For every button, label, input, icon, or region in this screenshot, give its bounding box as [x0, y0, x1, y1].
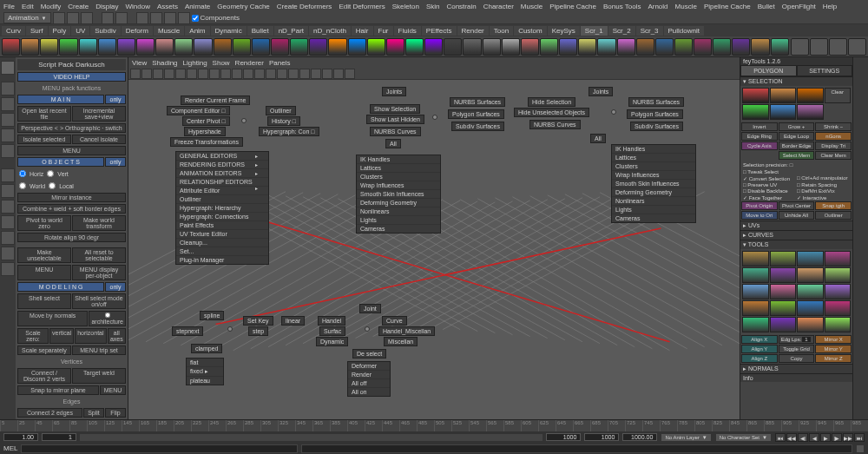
world-radio[interactable]: [19, 182, 26, 189]
paint-tool-icon[interactable]: [1, 97, 15, 111]
preserve-uv-check[interactable]: □ Preserve UV: [743, 182, 796, 188]
mm-outliner[interactable]: Outliner: [266, 106, 296, 115]
end-frame[interactable]: 1000: [546, 433, 581, 441]
shelf-tab[interactable]: Scr_3: [636, 26, 663, 36]
redo-icon[interactable]: [115, 12, 128, 24]
vert-radio[interactable]: [47, 170, 54, 177]
menu-item[interactable]: Bullet: [758, 3, 775, 10]
prev-key-icon[interactable]: ◀|: [798, 433, 808, 442]
info-section[interactable]: Info: [740, 373, 852, 382]
tool-swatch[interactable]: [825, 317, 852, 332]
tool-swatch[interactable]: [742, 251, 769, 266]
polygon-tab[interactable]: POLYGON: [740, 65, 797, 76]
mm-list-item[interactable]: Hypergraph: Hierarchy: [176, 204, 268, 213]
shelf-button[interactable]: [810, 38, 828, 56]
mm-list-item[interactable]: Smooth Skin Influences: [357, 190, 440, 199]
mm-list-item[interactable]: RELATIONSHIP EDITORS: [176, 178, 268, 187]
open-last-button[interactable]: Open last recent file: [17, 106, 71, 122]
display-tri-button[interactable]: Display Tri: [815, 141, 852, 150]
mm-allonoff-list[interactable]: document.write(dd.mm_allonoff.map(e=>`<d…: [347, 361, 391, 397]
ctrl-ad-check[interactable]: □ Ctrl+Ad manipulator: [797, 175, 850, 181]
shelf-tab[interactable]: Subdiv: [90, 26, 120, 36]
main-button[interactable]: M A I N: [17, 95, 104, 104]
shell-select-button[interactable]: Shell select: [17, 293, 71, 309]
menu-item[interactable]: Pipeline Cache: [704, 3, 751, 10]
menu-display-button[interactable]: MENU display per-object: [72, 265, 126, 280]
mm-history[interactable]: History □: [267, 116, 300, 126]
mirror-x-button[interactable]: Mirror X: [815, 335, 852, 344]
anim-layer-dropdown[interactable]: No Anim Layer: [661, 433, 711, 442]
tool-swatch[interactable]: [742, 284, 769, 299]
shelf-button[interactable]: [271, 38, 289, 56]
vp-tool-icon[interactable]: [277, 69, 287, 79]
menu-item[interactable]: Skin: [426, 3, 440, 10]
shelf-tab[interactable]: Muscle: [154, 26, 184, 36]
mm-list-item[interactable]: Cameras: [612, 214, 695, 222]
combine-button[interactable]: Combine + weld + soft border edges: [17, 204, 126, 214]
mm-stepnext[interactable]: stepnext: [172, 326, 203, 336]
shelf-button[interactable]: [136, 38, 155, 56]
pivot-center-button[interactable]: Pivot Center: [779, 201, 815, 210]
mm-all[interactable]: All: [385, 139, 401, 148]
shelf-tab[interactable]: Fluids: [394, 26, 421, 36]
mm-list-item[interactable]: Render: [348, 371, 390, 379]
shelf-button[interactable]: [521, 38, 539, 56]
prim-swatch[interactable]: [797, 88, 824, 103]
tool-swatch[interactable]: [742, 317, 769, 332]
architecture-check[interactable]: architecture: [89, 311, 126, 326]
tool-swatch[interactable]: [825, 251, 852, 266]
vp-tool-icon[interactable]: [322, 69, 332, 79]
mm-nurbs-curves[interactable]: NURBS Curves: [370, 127, 421, 136]
vp-tool-icon[interactable]: [130, 69, 141, 79]
shelf-tab[interactable]: Surf: [26, 26, 48, 36]
end-frame-2[interactable]: 1000: [584, 433, 619, 441]
mm-list-item[interactable]: plateau: [187, 377, 223, 385]
start-frame-2[interactable]: 1: [42, 433, 76, 441]
mm-tangent-list[interactable]: flat fixed ▸ plateau: [186, 358, 224, 385]
menu-trip-button[interactable]: MENU trip set: [72, 345, 126, 355]
mm-surfac[interactable]: Surfac: [319, 326, 345, 336]
interactive-check[interactable]: ✓ Interactive: [797, 194, 850, 201]
shelf-button[interactable]: [771, 38, 789, 56]
mm-list-item[interactable]: flat: [187, 359, 223, 367]
tools-section[interactable]: ▾ TOOLS: [740, 240, 852, 249]
clear-mem-button[interactable]: Clear Mem: [815, 151, 852, 160]
select-face-icon[interactable]: [164, 12, 176, 24]
shelf-button[interactable]: [214, 38, 232, 56]
menu-item[interactable]: File: [3, 3, 15, 10]
shelf-button[interactable]: [367, 38, 385, 56]
shelf-button[interactable]: [751, 38, 769, 56]
mm-joints[interactable]: Joints: [589, 87, 613, 96]
mm-step[interactable]: step: [248, 326, 268, 336]
shrink-button[interactable]: Shrink −: [815, 122, 852, 131]
toggle-grid-button[interactable]: Toggle Grid: [779, 345, 815, 353]
mode-dropdown[interactable]: Animation: [3, 12, 51, 23]
vp-tool-icon[interactable]: [266, 69, 276, 79]
shelf-tab[interactable]: Dynamic: [211, 26, 247, 36]
start-frame[interactable]: 1.00: [3, 433, 38, 441]
end-frame-3[interactable]: 1000.00: [622, 433, 657, 441]
undo-icon[interactable]: [102, 12, 114, 24]
mm-freeze[interactable]: Freeze Transformations: [170, 137, 243, 147]
menu-item[interactable]: Window: [126, 3, 150, 10]
select-object-icon[interactable]: [178, 12, 190, 24]
mm-list-item[interactable]: Lights: [357, 216, 440, 225]
shelf-button[interactable]: [40, 38, 58, 56]
shelf-button[interactable]: [463, 38, 481, 56]
clear-button[interactable]: Clear: [825, 88, 852, 103]
vp-tool-icon[interactable]: [333, 69, 344, 79]
mm-list-item[interactable]: Outliner: [176, 195, 268, 204]
tool-swatch[interactable]: [770, 317, 797, 332]
mm-poly-surf[interactable]: Polygon Surfaces: [627, 109, 683, 119]
tool-swatch[interactable]: [742, 267, 769, 283]
mirror-button[interactable]: Mirror instance: [17, 193, 126, 202]
connect-verts-button[interactable]: Connect / Disconn 2 verts: [17, 368, 71, 384]
mm-linear[interactable]: linear: [281, 316, 305, 326]
shelf-button[interactable]: [386, 38, 404, 56]
menu-item[interactable]: Character: [483, 3, 514, 10]
vp-tool-icon[interactable]: [288, 69, 299, 79]
vp-tool-icon[interactable]: [198, 69, 208, 79]
mm-object-list[interactable]: document.write(dd.mm_objlist2.map(e=>`<d…: [611, 144, 696, 223]
settings-tab[interactable]: SETTINGS: [797, 65, 853, 76]
align-x-button[interactable]: Align X: [741, 335, 778, 344]
